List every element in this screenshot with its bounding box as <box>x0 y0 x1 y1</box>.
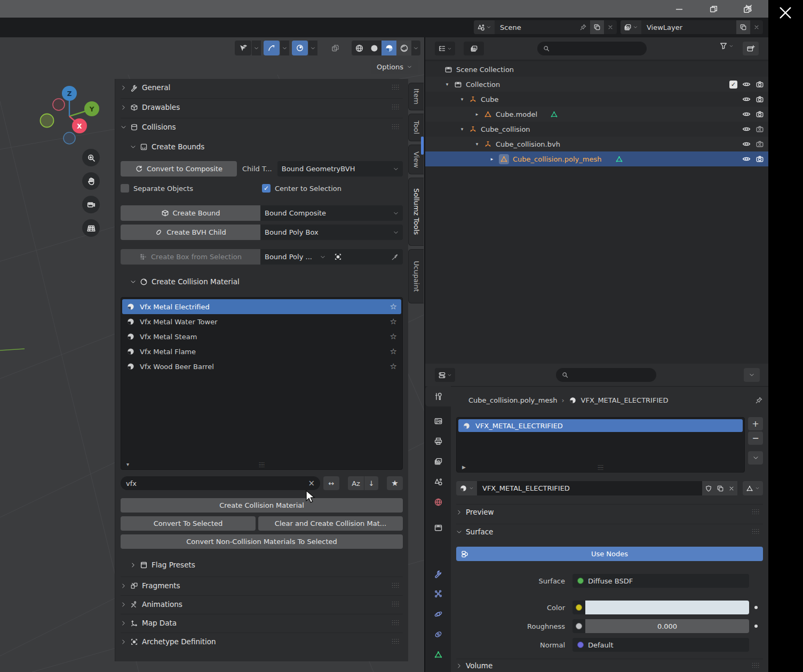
slot-specials-menu-icon[interactable] <box>748 451 763 465</box>
pin-icon[interactable] <box>576 20 590 34</box>
color-swatch[interactable] <box>585 601 749 614</box>
material-search-input[interactable]: vfx × <box>121 476 320 490</box>
subpanel-flag-presets[interactable]: Flag Presets <box>121 557 403 573</box>
properties-options-icon[interactable] <box>744 368 760 382</box>
outliner-row-cube-collision[interactable]: ▾ Cube_collision <box>425 122 768 137</box>
sidebar-tab-sollumz-tools[interactable]: Sollumz Tools <box>408 178 424 246</box>
fake-user-shield-icon[interactable] <box>705 485 712 492</box>
remove-viewlayer-icon[interactable] <box>750 20 763 34</box>
panel-drag-grip[interactable]: :::::::: <box>752 510 760 514</box>
slot-resize-grip[interactable]: :::::::: <box>598 466 603 470</box>
tab-collection[interactable] <box>425 517 451 538</box>
filter-dropdown-button[interactable] <box>719 42 734 50</box>
create-bound-type-dropdown[interactable]: Bound Composite <box>260 205 403 221</box>
unlink-material-icon[interactable] <box>728 485 735 492</box>
create-bound-button[interactable]: Create Bound <box>121 205 260 221</box>
sort-direction-icon[interactable]: ↓ <box>364 476 378 490</box>
roughness-slider[interactable]: 0.000 <box>585 619 749 633</box>
list-filter-collapse-icon[interactable]: ▾ <box>126 461 129 467</box>
gizmos-toggle-icon[interactable] <box>327 41 343 55</box>
outliner-row-scene-collection[interactable]: Scene Collection <box>425 62 768 77</box>
tab-render[interactable] <box>425 411 451 431</box>
browse-material-button[interactable] <box>456 481 477 495</box>
viewlayer-selector[interactable]: ViewLayer <box>621 20 763 34</box>
display-mode-icon[interactable] <box>464 42 484 55</box>
options-button[interactable]: Options <box>371 60 418 74</box>
snap-toggle-icon[interactable] <box>264 41 280 55</box>
tab-constraints[interactable] <box>425 624 451 644</box>
snap-dropdown-icon[interactable] <box>280 41 289 55</box>
panel-drag-grip[interactable]: :::::::: <box>752 663 760 668</box>
checkbox-checked[interactable]: ✓ <box>262 184 271 193</box>
scene-name[interactable]: Scene <box>495 20 527 34</box>
selectability-dropdown-icon[interactable] <box>252 41 261 55</box>
proportional-editing-icon[interactable] <box>292 41 308 55</box>
filter-favorites-icon[interactable]: ★ <box>387 476 403 490</box>
invert-filter-icon[interactable]: ↔ <box>323 476 339 490</box>
expand-icon[interactable]: ▾ <box>444 82 450 87</box>
viewlayer-browse-button[interactable] <box>621 20 641 34</box>
clear-search-icon[interactable]: × <box>308 478 315 488</box>
normal-field[interactable]: Default <box>573 638 749 652</box>
panel-drag-grip[interactable]: :::::::: <box>752 530 760 534</box>
material-slot-item[interactable]: VFX_METAL_ELECTRIFIED <box>458 419 743 432</box>
panel-drag-grip[interactable]: :::::::: <box>392 85 400 90</box>
grid-view-icon[interactable] <box>82 219 100 237</box>
panel-preview[interactable]: Preview :::::::: <box>456 504 763 519</box>
target-object-field[interactable] <box>330 249 403 265</box>
material-slot-list[interactable]: VFX_METAL_ELECTRIFIED ▶ :::::::: <box>456 417 745 473</box>
expand-icon[interactable]: ▾ <box>459 126 465 132</box>
zoom-tool-icon[interactable] <box>82 149 100 166</box>
clear-and-create-button[interactable]: Clear and Create Collision Mat... <box>258 516 403 531</box>
expand-icon[interactable]: ▾ <box>474 141 480 147</box>
outliner-row-cube-model[interactable]: ▸ Cube.model <box>425 107 768 122</box>
shading-rendered-icon[interactable] <box>396 41 411 55</box>
render-camera-icon[interactable] <box>756 110 764 118</box>
breadcrumb-material[interactable]: VFX_METAL_ELECTRIFIED <box>581 396 669 404</box>
tab-object[interactable] <box>425 543 451 563</box>
selectability-icon[interactable] <box>235 41 251 55</box>
new-collection-button[interactable] <box>743 42 759 55</box>
outliner-row-cube[interactable]: ▾ Cube <box>425 92 768 107</box>
shading-dropdown-icon[interactable] <box>411 41 420 55</box>
pan-hand-icon[interactable] <box>82 172 100 190</box>
panel-surface[interactable]: Surface :::::::: <box>456 524 763 539</box>
convert-to-composite-button[interactable]: Convert to Composite <box>121 161 237 177</box>
tab-physics[interactable] <box>425 604 451 624</box>
subpanel-create-collision-material[interactable]: Create Collision Material <box>121 274 403 290</box>
sidebar-tab-ucupaint[interactable]: Ucupaint <box>408 249 424 303</box>
tab-output[interactable] <box>425 431 451 451</box>
collision-material-list[interactable]: Vfx Metal Electrified ☆ Vfx Metal Water … <box>121 297 403 470</box>
scene-selector[interactable]: Scene <box>474 20 617 34</box>
outliner-search-input[interactable] <box>537 42 647 55</box>
navigation-gizmo[interactable]: Z Y X <box>36 84 106 148</box>
render-camera-icon[interactable] <box>756 95 764 103</box>
panel-map-data[interactable]: Map Data :::::::: <box>121 614 403 631</box>
material-list-item[interactable]: Vfx Metal Flame ☆ <box>122 344 401 359</box>
panel-archetype-definition[interactable]: Archetype Definition :::::::: <box>121 633 403 650</box>
hide-eye-icon[interactable] <box>742 155 751 163</box>
material-name-field[interactable]: VFX_METAL_ELECTRIFIED <box>477 481 702 495</box>
viewlayer-name[interactable]: ViewLayer <box>641 20 688 34</box>
outliner-row-cube-collision-bvh[interactable]: ▾ Cube_collision.bvh <box>425 137 768 151</box>
material-list-item[interactable]: Vfx Wood Beer Barrel ☆ <box>122 359 401 374</box>
convert-non-collision-button[interactable]: Convert Non-Collision Materials To Selec… <box>121 534 403 549</box>
outliner-row-cube-collision-poly-mesh[interactable]: ▸ Cube_collision.poly_mesh <box>425 151 768 166</box>
sidebar-tab-item[interactable]: Item <box>408 83 424 110</box>
duplicate-material-icon[interactable] <box>717 485 724 492</box>
tab-world[interactable] <box>425 492 451 512</box>
panel-drag-grip[interactable]: :::::::: <box>392 125 400 129</box>
create-box-from-selection-button[interactable]: Create Box from Selection <box>121 249 260 265</box>
panel-volume[interactable]: Volume :::::::: <box>456 659 763 672</box>
favorite-star-icon[interactable]: ☆ <box>390 362 397 371</box>
eyedropper-icon[interactable] <box>391 253 399 261</box>
hide-eye-icon[interactable] <box>742 140 751 148</box>
surface-shader-field[interactable]: Diffuse BSDF <box>573 574 749 588</box>
render-disabled-icon[interactable] <box>756 140 764 148</box>
tab-modifiers[interactable] <box>425 563 451 583</box>
editor-type-properties-button[interactable] <box>435 368 455 382</box>
child-type-dropdown[interactable]: Bound GeometryBVH <box>277 161 403 177</box>
separate-objects-checkbox[interactable]: Separate Objects <box>121 184 262 193</box>
center-to-selection-checkbox[interactable]: ✓ Center to Selection <box>262 184 341 193</box>
panel-drag-grip[interactable]: :::::::: <box>392 583 400 588</box>
